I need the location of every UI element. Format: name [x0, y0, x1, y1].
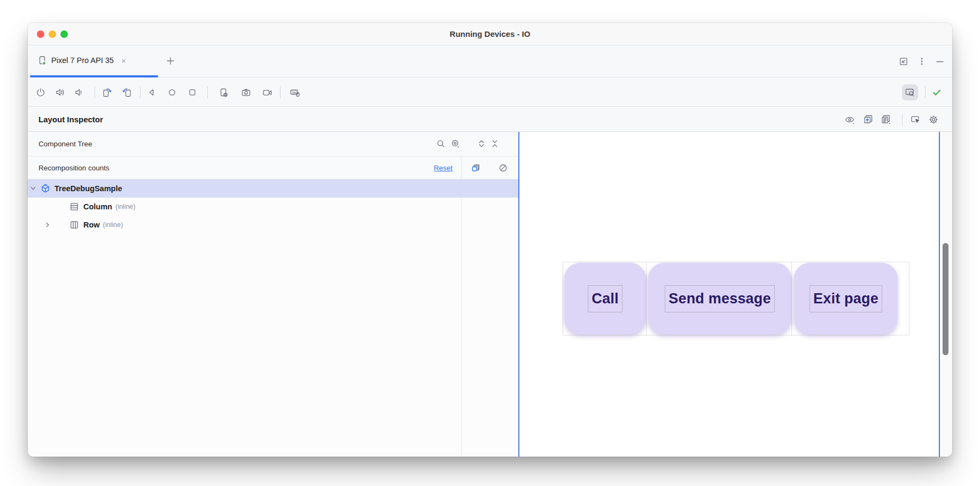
connected-check-icon	[929, 84, 945, 100]
overview-icon[interactable]	[184, 84, 200, 100]
search-icon[interactable]	[433, 136, 448, 151]
disable-counts-icon[interactable]	[495, 160, 510, 175]
expand-all-icon[interactable]	[474, 136, 489, 151]
scrollbar-track[interactable]	[940, 132, 952, 457]
call-button[interactable]: Call	[564, 263, 646, 334]
select-component-icon[interactable]	[907, 112, 923, 128]
component-tree-header: Component Tree	[28, 132, 518, 156]
device-toolbar	[28, 77, 952, 107]
phone-device-icon	[37, 56, 47, 65]
scrollbar-thumb[interactable]	[943, 243, 948, 355]
rotate-left-icon[interactable]	[119, 84, 135, 100]
layout-inspector-title: Layout Inspector	[38, 107, 103, 132]
more-options-icon[interactable]	[917, 57, 927, 66]
highlight-eye-icon[interactable]	[448, 136, 463, 151]
screen-record-icon[interactable]	[259, 84, 275, 100]
tree-node-name: TreeDebugSample	[55, 184, 122, 193]
component-tree-panel: Component Tree Recomposition co	[28, 132, 518, 457]
component-tree: TreeDebugSample Column (inline)	[28, 179, 518, 234]
volume-up-icon[interactable]	[52, 84, 68, 100]
visibility-options-icon[interactable]	[842, 112, 858, 128]
tree-node-suffix: (inline)	[103, 221, 123, 229]
back-icon[interactable]	[144, 84, 160, 100]
layout-inspector-header: Layout Inspector	[28, 107, 952, 132]
column-layout-icon	[69, 202, 79, 211]
chevron-right-icon[interactable]	[44, 221, 51, 229]
dock-window-icon[interactable]	[899, 57, 908, 66]
power-icon[interactable]	[33, 84, 49, 100]
component-tree-title: Component Tree	[38, 132, 92, 156]
exit-page-button[interactable]: Exit page	[794, 263, 898, 334]
device-tab-label: Pixel 7 Pro API 35	[51, 56, 114, 65]
home-icon[interactable]	[164, 84, 180, 100]
compose-node-icon	[41, 184, 50, 193]
device-tab[interactable]: Pixel 7 Pro API 35 ×	[30, 45, 131, 75]
tree-row-row[interactable]: Row (inline)	[28, 216, 518, 234]
highlight-recomposition-icon[interactable]	[468, 160, 483, 175]
tree-node-name: Column	[83, 202, 112, 211]
volume-down-icon[interactable]	[71, 84, 87, 100]
chevron-down-icon[interactable]	[29, 185, 37, 192]
screenshot-icon[interactable]	[238, 84, 254, 100]
layout-inspector-toggle-icon[interactable]	[902, 84, 918, 100]
running-devices-window: Running Devices - IO Pixel 7 Pro API 35 …	[28, 23, 952, 457]
export-snapshot-icon[interactable]	[860, 112, 876, 128]
call-button-label: Call	[588, 285, 622, 312]
window-title: Running Devices - IO	[28, 23, 952, 45]
tree-node-suffix: (inline)	[115, 203, 136, 210]
settings-gear-icon[interactable]	[925, 112, 942, 128]
row-layout-icon	[69, 220, 79, 230]
hardware-input-icon[interactable]	[287, 84, 303, 100]
device-settings-icon[interactable]	[215, 84, 231, 100]
tab-close-icon[interactable]: ×	[121, 56, 126, 65]
inspector-content: Component Tree Recomposition co	[28, 132, 952, 457]
layer-mode-icon[interactable]	[878, 112, 894, 128]
recomposition-counts-label: Recomposition counts	[38, 156, 110, 179]
tree-row-column[interactable]: Column (inline)	[28, 198, 518, 216]
tree-node-name: Row	[83, 221, 100, 229]
add-device-tab-button[interactable]	[162, 53, 178, 69]
collapse-all-icon[interactable]	[487, 136, 502, 151]
send-message-button-label: Send message	[665, 285, 775, 312]
device-tab-bar: Pixel 7 Pro API 35 ×	[28, 45, 952, 77]
reset-counts-link[interactable]: Reset	[434, 156, 453, 179]
title-bar: Running Devices - IO	[28, 23, 952, 45]
tree-row-treedebugsample[interactable]: TreeDebugSample	[28, 179, 518, 198]
desktop-background: Running Devices - IO Pixel 7 Pro API 35 …	[0, 0, 980, 486]
layout-bounds-line	[646, 262, 647, 336]
recomposition-counts-row: Recomposition counts Reset	[28, 156, 518, 179]
exit-page-button-label: Exit page	[810, 285, 882, 312]
send-message-button[interactable]: Send message	[648, 263, 791, 334]
layout-bounds-line	[791, 262, 792, 336]
rotate-right-icon[interactable]	[99, 84, 115, 100]
device-screen[interactable]: Call Send message Exit page	[519, 132, 939, 457]
minimize-icon[interactable]	[935, 57, 945, 66]
button-row-layout-bounds: Call Send message Exit page	[563, 262, 909, 335]
